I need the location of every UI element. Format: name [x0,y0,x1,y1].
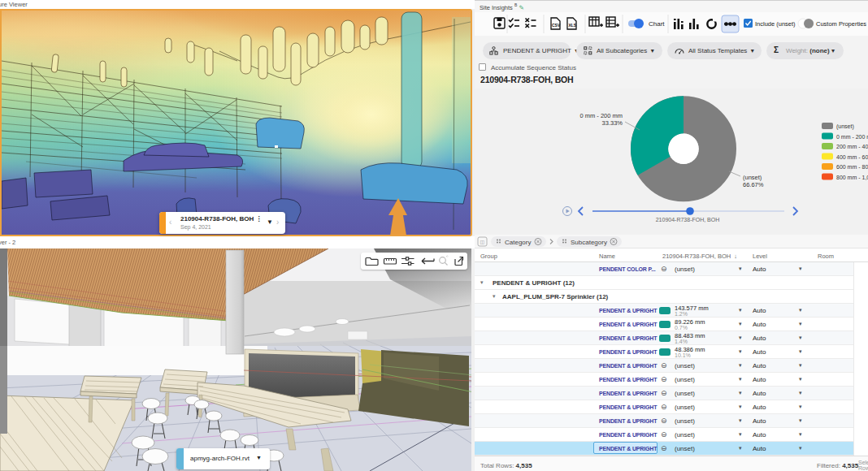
svg-text:800 mm - 1,00: 800 mm - 1,00 [836,175,868,180]
svg-text:(unset): (unset) [836,123,854,130]
svg-text:◫: ◫ [480,240,485,244]
svg-text:XLS: XLS [568,23,576,28]
svg-text:200 mm - 400: 200 mm - 400 [836,144,868,149]
svg-text:0 mm - 200 mm: 0 mm - 200 mm [836,134,868,140]
svg-text:210904-R738-FOH, BOH: 210904-R738-FOH, BOH [656,217,720,223]
svg-text:33.33%: 33.33% [602,119,623,127]
svg-text:600 mm - 800: 600 mm - 800 [836,164,868,170]
svg-text:0 mm - 200 mm: 0 mm - 200 mm [579,112,623,119]
svg-text:Subcategory: Subcategory [571,239,607,246]
svg-text:400 mm - 600: 400 mm - 600 [836,154,868,160]
svg-text:Custom Properties: Custom Properties [816,20,866,28]
svg-text:Chart: Chart [649,20,665,28]
svg-text:Category: Category [505,239,531,246]
svg-text:CSV: CSV [552,23,561,28]
svg-text:Include (unset): Include (unset) [755,20,796,28]
svg-text:(unset): (unset) [743,174,762,181]
svg-text:66.67%: 66.67% [743,181,764,188]
